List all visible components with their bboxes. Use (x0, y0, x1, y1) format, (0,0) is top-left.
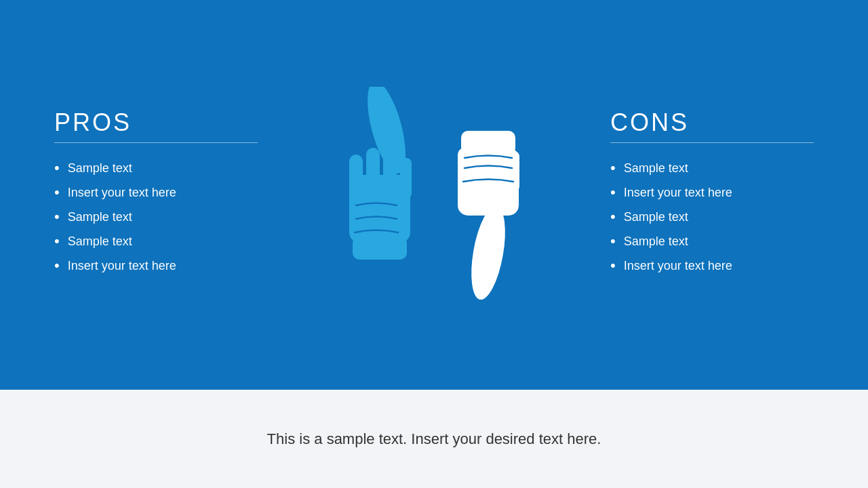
pros-list-item[interactable]: Sample text (54, 208, 258, 226)
footer-text[interactable]: This is a sample text. Insert your desir… (267, 428, 601, 450)
cons-column: CONS Sample textInsert your text hereSam… (610, 108, 814, 281)
pros-list: Sample textInsert your text hereSample t… (54, 159, 258, 274)
svg-rect-6 (353, 236, 407, 260)
cons-list: Sample textInsert your text hereSample t… (610, 159, 814, 274)
pros-list-item[interactable]: Insert your text here (54, 257, 258, 274)
pros-list-item[interactable]: Sample text (54, 159, 258, 177)
svg-rect-4 (383, 151, 397, 199)
thumbs-down-icon (437, 87, 546, 304)
pros-divider (54, 142, 258, 143)
main-section: PROS Sample textInsert your text hereSam… (0, 0, 868, 390)
cons-list-item[interactable]: Sample text (610, 159, 814, 177)
cons-list-item[interactable]: Insert your text here (610, 184, 814, 201)
cons-divider (610, 142, 814, 143)
footer-section: This is a sample text. Insert your desir… (0, 390, 868, 488)
cons-list-item[interactable]: Sample text (610, 232, 814, 250)
svg-point-13 (465, 203, 511, 302)
svg-point-15 (465, 185, 485, 212)
thumbs-up-icon (322, 87, 431, 304)
svg-rect-14 (461, 131, 515, 155)
pros-list-item[interactable]: Sample text (54, 232, 258, 250)
cons-list-item[interactable]: Insert your text here (610, 257, 814, 274)
cons-title: CONS (610, 108, 814, 137)
svg-rect-5 (400, 158, 412, 199)
pros-title: PROS (54, 108, 258, 137)
svg-point-7 (349, 178, 370, 212)
pros-column: PROS Sample textInsert your text hereSam… (54, 108, 258, 281)
icons-area (258, 87, 610, 304)
cons-list-item[interactable]: Sample text (610, 208, 814, 226)
pros-list-item[interactable]: Insert your text here (54, 184, 258, 201)
